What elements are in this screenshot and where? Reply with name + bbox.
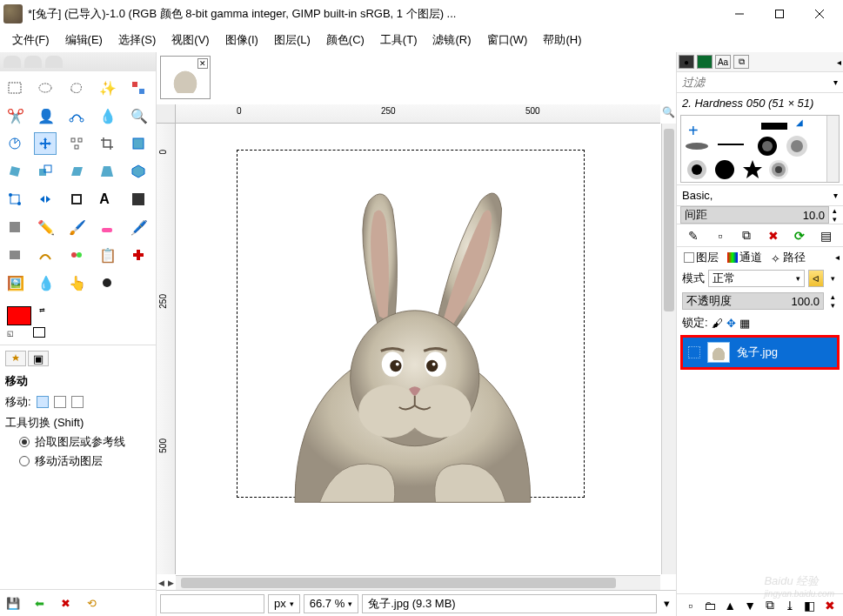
tool-3d-transform[interactable] bbox=[127, 160, 150, 183]
tool-airbrush[interactable] bbox=[3, 244, 26, 266]
tool-bucket-fill[interactable] bbox=[3, 216, 26, 238]
menu-layer[interactable]: 图层(L) bbox=[267, 30, 318, 50]
brush-spacing-slider[interactable]: 间距 10.0 bbox=[680, 206, 829, 224]
delete-brush-button[interactable]: ✖ bbox=[766, 228, 781, 244]
tool-scissors[interactable]: ✂️ bbox=[3, 104, 26, 127]
tool-text[interactable] bbox=[127, 188, 150, 211]
tool-move[interactable] bbox=[34, 132, 57, 155]
mode-selector[interactable]: 正常▾ bbox=[708, 270, 805, 287]
tool-heal[interactable] bbox=[127, 244, 150, 266]
menu-file[interactable]: 文件(F) bbox=[5, 30, 57, 50]
tool-measure[interactable] bbox=[3, 132, 26, 155]
layer-name[interactable]: 兔子.jpg bbox=[737, 345, 778, 360]
tool-perspective[interactable] bbox=[96, 160, 118, 183]
zoom-icon[interactable]: 🔍 bbox=[662, 106, 674, 118]
close-button[interactable] bbox=[800, 1, 840, 27]
mask-button[interactable]: ◧ bbox=[802, 598, 818, 613]
refresh-brush-button[interactable]: ⟳ bbox=[792, 228, 807, 244]
unit-selector[interactable]: px▾ bbox=[268, 594, 300, 613]
move-mode-layer[interactable] bbox=[37, 396, 49, 408]
tool-eraser[interactable]: 🖊️ bbox=[127, 216, 150, 238]
channels-tab[interactable]: 通道 bbox=[724, 248, 766, 267]
tool-free-select[interactable] bbox=[65, 77, 88, 99]
tool-shear[interactable] bbox=[65, 160, 88, 183]
tool-rect-select[interactable] bbox=[3, 77, 26, 99]
menu-edit[interactable]: 编辑(E) bbox=[58, 30, 110, 50]
tool-blur[interactable]: 💧 bbox=[34, 271, 57, 294]
tool-flip[interactable] bbox=[34, 188, 57, 211]
tool-options-tab[interactable] bbox=[5, 351, 26, 366]
delete-layer-button[interactable]: ✖ bbox=[822, 598, 838, 613]
lower-layer-button[interactable]: ▼ bbox=[742, 598, 758, 613]
foreground-color[interactable] bbox=[7, 306, 31, 325]
tool-ink[interactable] bbox=[34, 244, 57, 266]
tool-clone[interactable]: 📋 bbox=[96, 244, 118, 266]
tool-warp[interactable]: A bbox=[96, 188, 118, 211]
background-color[interactable] bbox=[33, 327, 45, 338]
viewport[interactable] bbox=[176, 124, 660, 574]
paths-tab[interactable]: ✧路径 bbox=[767, 248, 809, 267]
dock-menu-icon[interactable]: ◂ bbox=[837, 57, 841, 67]
lock-pixels-icon[interactable]: 🖌 bbox=[712, 317, 723, 330]
device-status-tab[interactable]: ▣ bbox=[28, 351, 49, 366]
duplicate-layer-button[interactable]: ⧉ bbox=[762, 598, 778, 613]
edit-brush-button[interactable]: ✎ bbox=[686, 228, 701, 244]
tool-zoom[interactable]: 🔍 bbox=[127, 104, 150, 127]
radio-pick-layer[interactable]: 拾取图层或参考线 bbox=[3, 432, 152, 452]
restore-options-button[interactable]: ⬅ bbox=[30, 593, 49, 613]
tool-ellipse-select[interactable] bbox=[34, 77, 57, 99]
visibility-toggle-icon[interactable] bbox=[688, 346, 700, 358]
tool-crop[interactable] bbox=[96, 132, 118, 155]
tool-mypaint[interactable] bbox=[65, 244, 88, 266]
zoom-selector[interactable]: 66.7 %▾ bbox=[304, 594, 358, 613]
tool-dodge[interactable] bbox=[96, 271, 118, 294]
new-group-button[interactable]: 🗀 bbox=[702, 598, 718, 613]
delete-options-button[interactable]: ✖ bbox=[56, 593, 75, 613]
history-tab[interactable]: ⧉ bbox=[733, 55, 749, 69]
layers-tab[interactable]: 图层 bbox=[680, 248, 722, 267]
tool-align[interactable] bbox=[65, 132, 88, 155]
brush-grid-scrollbar[interactable] bbox=[826, 116, 839, 182]
brush-preset-selector[interactable]: Basic,▾ bbox=[677, 184, 843, 205]
menu-select[interactable]: 选择(S) bbox=[111, 30, 163, 50]
reset-options-button[interactable]: ⟲ bbox=[82, 593, 101, 613]
new-layer-button[interactable]: ▫ bbox=[682, 598, 698, 613]
tool-foreground-select[interactable]: 👤 bbox=[34, 104, 57, 127]
layers-dock-menu-icon[interactable]: ◂ bbox=[835, 252, 840, 262]
tool-smudge[interactable]: 👆 bbox=[65, 271, 88, 294]
patterns-tab[interactable] bbox=[697, 55, 713, 69]
color-selector[interactable]: ⇄ ◱ bbox=[0, 299, 156, 345]
minimize-button[interactable] bbox=[719, 1, 759, 27]
tool-color-picker[interactable]: 💧 bbox=[96, 104, 118, 127]
move-mode-selection[interactable] bbox=[54, 396, 66, 408]
brush-filter-input[interactable] bbox=[682, 76, 833, 89]
menu-tools[interactable]: 工具(T) bbox=[373, 30, 425, 50]
document-close-button[interactable]: ✕ bbox=[197, 58, 208, 69]
brushes-tab[interactable]: ● bbox=[679, 55, 694, 69]
menu-filters[interactable]: 滤镜(R) bbox=[425, 30, 478, 50]
merge-down-button[interactable]: ⤓ bbox=[782, 598, 798, 613]
lock-alpha-icon[interactable]: ▦ bbox=[739, 317, 750, 330]
ruler-corner[interactable] bbox=[157, 104, 176, 124]
lock-position-icon[interactable]: ✥ bbox=[726, 317, 736, 330]
opacity-slider[interactable]: 不透明度 100.0 bbox=[682, 292, 824, 310]
duplicate-brush-button[interactable]: ⧉ bbox=[739, 228, 754, 244]
new-brush-button[interactable]: ▫ bbox=[713, 228, 728, 244]
scrollbar-horizontal[interactable] bbox=[176, 575, 660, 590]
ruler-vertical[interactable]: 0 250 500 bbox=[157, 124, 176, 574]
canvas[interactable]: 🔍 0 250 500 0 250 500 bbox=[157, 104, 676, 590]
tool-fuzzy-select[interactable]: ✨ bbox=[96, 77, 118, 99]
quick-mask-toggle[interactable]: ◀▶ bbox=[157, 575, 176, 590]
move-mode-path[interactable] bbox=[71, 396, 84, 408]
raise-layer-button[interactable]: ▲ bbox=[722, 598, 738, 613]
menu-color[interactable]: 颜色(C) bbox=[319, 30, 371, 50]
maximize-button[interactable] bbox=[759, 1, 800, 27]
tool-paintbrush[interactable] bbox=[96, 216, 118, 238]
default-colors-icon[interactable]: ◱ bbox=[7, 330, 14, 338]
tool-gradient[interactable]: ✏️ bbox=[34, 216, 57, 238]
brush-grid[interactable]: + ◢ bbox=[680, 115, 840, 183]
swap-colors-icon[interactable]: ⇄ bbox=[39, 306, 45, 314]
radio-move-active[interactable]: 移动活动图层 bbox=[3, 452, 152, 471]
tool-paths[interactable] bbox=[65, 104, 88, 127]
ruler-horizontal[interactable]: 0 250 500 bbox=[176, 104, 660, 124]
